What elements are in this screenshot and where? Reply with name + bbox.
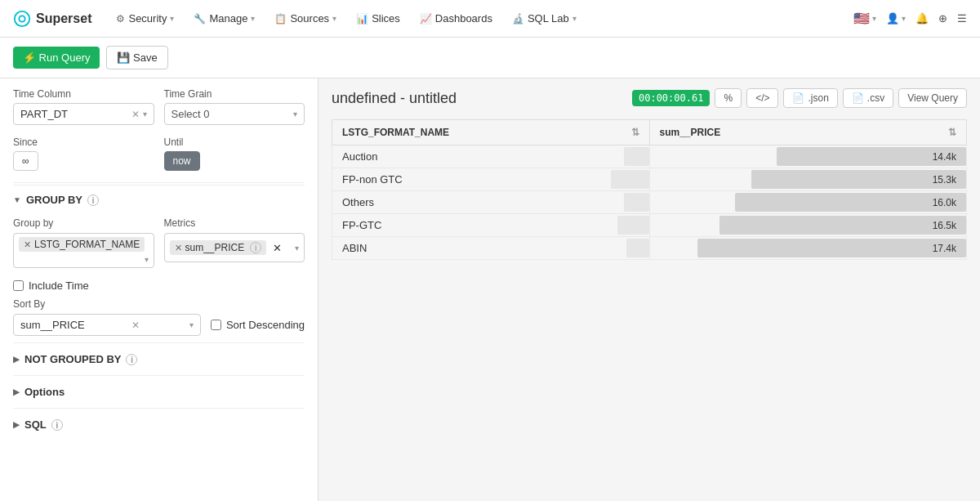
- since-button[interactable]: ∞: [13, 151, 38, 171]
- nav-item-security[interactable]: ⚙ Security ▾: [108, 7, 182, 29]
- github-icon: ⊕: [938, 12, 947, 25]
- link-action-button[interactable]: %: [715, 88, 742, 108]
- sort-by-select[interactable]: sum__PRICE ✕ ▾: [13, 314, 201, 336]
- groupby-tag: ✕ LSTG_FORMAT_NAME: [19, 237, 145, 252]
- sort-by-value: sum__PRICE: [20, 319, 85, 331]
- sort-descending-row: Sort Descending: [211, 319, 305, 331]
- metrics-tag-input[interactable]: ✕ sum__PRICE i ✕ ▾: [164, 233, 305, 262]
- view-query-button[interactable]: View Query: [898, 88, 967, 108]
- security-caret: ▾: [170, 14, 174, 23]
- until-button[interactable]: now: [164, 151, 200, 171]
- language-selector[interactable]: 🇺🇸 ▾: [853, 11, 876, 26]
- sqllab-caret: ▾: [572, 14, 577, 23]
- sort-by-group: Sort By sum__PRICE ✕ ▾: [13, 298, 201, 336]
- nav-label-dashboards: Dashboards: [435, 12, 492, 25]
- bell-icon[interactable]: 🔔: [915, 12, 929, 25]
- data-table: LSTG_FORMAT_NAME ⇅ sum__PRICE ⇅ Auction: [332, 119, 967, 260]
- sort-by-caret: ▾: [189, 320, 194, 329]
- metrics-caret: ▾: [295, 244, 299, 253]
- not-grouped-by-section[interactable]: ▶ NOT GROUPED BY i: [13, 342, 305, 375]
- manage-caret: ▾: [251, 14, 255, 23]
- embed-icon: </>: [755, 92, 769, 104]
- group-by-content: Group by ✕ LSTG_FORMAT_NAME ▾ Metrics ✕: [13, 211, 305, 342]
- time-column-select[interactable]: PART_DT ✕ ▾: [13, 103, 154, 125]
- group-by-section-header[interactable]: ▼ GROUP BY i: [13, 185, 305, 211]
- sources-icon: 📋: [274, 13, 287, 25]
- until-label: Until: [164, 136, 305, 148]
- chart-actions: 00:00:00.61 % </> 📄 .json 📄 .csv View Qu…: [632, 88, 967, 108]
- run-query-button[interactable]: ⚡ Run Query: [13, 47, 100, 69]
- main-content: undefined - untitled 00:00:00.61 % </> 📄…: [318, 75, 980, 501]
- manage-icon: 🔧: [194, 13, 206, 25]
- table-cell-value: 14.4k: [649, 145, 967, 168]
- time-grain-placeholder: Select 0: [172, 108, 210, 120]
- options-section[interactable]: ▶ Options: [13, 375, 305, 408]
- time-column-value: PART_DT: [20, 108, 131, 120]
- csv-label: .csv: [867, 92, 884, 104]
- row-value-1: 15.3k: [660, 174, 957, 186]
- time-column-clear[interactable]: ✕: [131, 109, 140, 120]
- table-row: ABIN 17.4k: [332, 237, 967, 260]
- sort-descending-checkbox[interactable]: [211, 320, 221, 330]
- nav-item-sqllab[interactable]: 🔬 SQL Lab ▾: [504, 7, 585, 29]
- sql-section[interactable]: ▶ SQL i: [13, 408, 305, 441]
- csv-action-button[interactable]: 📄 .csv: [843, 88, 893, 108]
- json-icon: 📄: [792, 92, 804, 104]
- user-caret: ▾: [902, 14, 906, 23]
- time-column-label: Time Column: [13, 88, 154, 100]
- not-grouped-toggle-icon: ▶: [13, 355, 20, 364]
- groupby-caret: ▾: [145, 255, 149, 264]
- table-cell-value: 17.4k: [649, 237, 967, 260]
- nav-item-dashboards[interactable]: 📈 Dashboards: [412, 7, 501, 29]
- language-caret: ▾: [872, 14, 876, 23]
- slices-icon: 📊: [356, 13, 368, 25]
- table-row: FP-GTC 16.5k: [332, 214, 967, 237]
- metrics-clear[interactable]: ✕: [273, 242, 282, 254]
- col-name-sort-icon[interactable]: ⇅: [631, 127, 639, 138]
- github-link[interactable]: ⊕: [938, 12, 947, 25]
- nav-item-sources[interactable]: 📋 Sources ▾: [266, 7, 345, 29]
- table-cell-name: Auction: [332, 145, 650, 168]
- json-action-button[interactable]: 📄 .json: [783, 88, 837, 108]
- include-time-checkbox[interactable]: [13, 280, 24, 291]
- time-grain-label: Time Grain: [164, 88, 305, 100]
- brand[interactable]: Superset: [13, 10, 91, 28]
- nav-label-manage: Manage: [209, 12, 247, 25]
- nav-label-slices: Slices: [372, 12, 400, 25]
- nav-items: ⚙ Security ▾ 🔧 Manage ▾ 📋 Sources ▾ 📊 Sl…: [108, 7, 853, 29]
- json-label: .json: [808, 92, 828, 104]
- row-name-4: ABIN: [342, 242, 367, 254]
- metrics-info-icon: i: [250, 242, 261, 253]
- time-grain-select[interactable]: Select 0 ▾: [164, 103, 305, 125]
- row-value-0: 14.4k: [660, 151, 957, 163]
- groupby-tag-input[interactable]: ✕ LSTG_FORMAT_NAME ▾: [13, 233, 154, 268]
- timer-badge: 00:00:00.61: [632, 90, 710, 106]
- menu-toggle[interactable]: ☰: [957, 12, 967, 25]
- user-menu[interactable]: 👤 ▾: [886, 12, 906, 25]
- include-time-row: Include Time: [13, 280, 305, 292]
- time-grain-group: Time Grain Select 0 ▾: [164, 88, 305, 125]
- sort-descending-label: Sort Descending: [226, 319, 305, 331]
- sidebar: Time Column PART_DT ✕ ▾ Time Grain Selec…: [0, 75, 318, 501]
- col-price-sort-icon[interactable]: ⇅: [948, 127, 956, 138]
- metrics-tag-remove[interactable]: ✕: [175, 243, 182, 253]
- sql-label: SQL: [24, 418, 47, 431]
- save-button[interactable]: 💾 Save: [106, 46, 167, 69]
- since-group: Since ∞: [13, 136, 154, 171]
- nav-item-manage[interactable]: 🔧 Manage ▾: [185, 7, 263, 29]
- notification-icon: 🔔: [915, 12, 929, 25]
- nav-item-slices[interactable]: 📊 Slices: [348, 7, 408, 29]
- col-header-price: sum__PRICE ⇅: [649, 120, 967, 145]
- groupby-tag-remove[interactable]: ✕: [24, 239, 31, 250]
- row-name-3: FP-GTC: [342, 219, 381, 231]
- sort-by-clear[interactable]: ✕: [131, 320, 140, 331]
- time-column-group: Time Column PART_DT ✕ ▾: [13, 88, 154, 125]
- sources-caret: ▾: [332, 14, 336, 23]
- metrics-field-label: Metrics: [164, 217, 305, 229]
- row-value-4: 17.4k: [660, 243, 957, 254]
- table-cell-name: FP-non GTC: [332, 168, 650, 191]
- options-toggle-icon: ▶: [13, 387, 20, 396]
- link-icon: %: [724, 92, 733, 104]
- groupby-field-label: Group by: [13, 217, 154, 229]
- embed-action-button[interactable]: </>: [746, 88, 778, 108]
